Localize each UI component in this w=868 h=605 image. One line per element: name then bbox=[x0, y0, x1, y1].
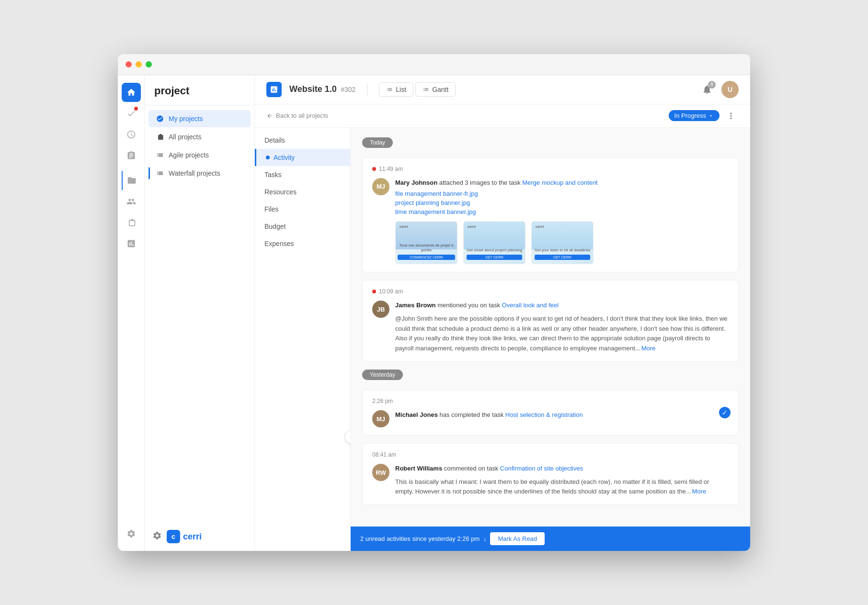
entry4-body: Robert Williams commented on task Confir… bbox=[395, 464, 729, 497]
bottom-bar: 2 unread activities since yesterday 2:26… bbox=[351, 527, 750, 551]
preview1-brand: cerri bbox=[400, 224, 408, 229]
nav-home[interactable] bbox=[122, 83, 141, 102]
file-link-3[interactable]: time management banner.jpg bbox=[395, 208, 729, 215]
entry1-time: 11:49 am bbox=[372, 166, 729, 172]
minimize-button[interactable] bbox=[136, 61, 142, 67]
sidebar-label-agile-projects: Agile projects bbox=[169, 151, 209, 159]
preview3-brand: cerri bbox=[536, 224, 544, 229]
preview2-content: Get smart about project planning GET CER… bbox=[465, 248, 524, 260]
nav-clipboard[interactable] bbox=[122, 146, 141, 165]
activity-entry-4: 08:41 am RW Robert Williams commented on… bbox=[362, 443, 739, 505]
cerri-logo-icon: c bbox=[167, 530, 180, 543]
panel-item-expenses[interactable]: Expenses bbox=[255, 235, 350, 252]
preview-img-3[interactable]: cerri Get your team to hit all deadlines… bbox=[531, 221, 594, 264]
today-label: Today bbox=[362, 137, 393, 148]
sidebar-item-my-projects[interactable]: My projects bbox=[148, 110, 251, 127]
entry1-user: Mary Johnson bbox=[395, 179, 437, 186]
panel-item-activity[interactable]: Activity bbox=[255, 149, 350, 166]
entry2-more-link[interactable]: More bbox=[641, 345, 656, 352]
nav-briefcase[interactable] bbox=[122, 213, 141, 232]
mark-as-read-button[interactable]: Mark As Read bbox=[490, 532, 545, 545]
entry2-action: mentioned you on task bbox=[437, 302, 502, 309]
file-link-2[interactable]: project planning banner.jpg bbox=[395, 199, 729, 206]
gantt-tab[interactable]: Gantt bbox=[415, 82, 456, 97]
panel-item-files[interactable]: Files bbox=[255, 201, 350, 218]
left-panel: Details Activity Tasks Resources Files bbox=[255, 128, 351, 551]
entry4-more-link[interactable]: More bbox=[692, 488, 707, 495]
sidebar-app-name: project bbox=[145, 75, 254, 105]
entry1-task-link[interactable]: Merge mockup and content bbox=[522, 179, 598, 186]
panel-item-resources[interactable]: Resources bbox=[255, 183, 350, 201]
icon-rail bbox=[118, 75, 145, 551]
sidebar-item-all-projects[interactable]: All projects bbox=[148, 128, 251, 146]
entry4-task-link[interactable]: Confirmation of site objectives bbox=[500, 465, 583, 472]
entry2-body-content: @John Smith here are the possible option… bbox=[395, 315, 728, 352]
nav-folder[interactable] bbox=[122, 171, 141, 190]
entry2-task-link[interactable]: Overall look and feel bbox=[502, 302, 559, 309]
sidebar-bottom: c cerri bbox=[145, 522, 254, 551]
main-header-right: 8 U bbox=[698, 81, 739, 98]
content-area: Details Activity Tasks Resources Files bbox=[255, 128, 750, 551]
yesterday-separator: Yesterday bbox=[362, 370, 739, 380]
sidebar-label-waterfall-projects: Waterfall projects bbox=[169, 169, 220, 177]
preview3-btn[interactable]: GET CERRI bbox=[535, 255, 591, 260]
entry1-text: Mary Johnson attached 3 images to the ta… bbox=[395, 178, 729, 188]
sidebar-label-my-projects: My projects bbox=[169, 115, 203, 123]
preview2-btn[interactable]: GET CERRI bbox=[467, 255, 522, 260]
preview1-btn[interactable]: COMMENCEZ CERRI bbox=[398, 255, 455, 260]
entry3-action: has completed the task bbox=[440, 411, 505, 418]
project-title-wrap: Website 1.0 #302 bbox=[289, 84, 355, 94]
nav-check[interactable] bbox=[122, 104, 141, 123]
preview-img-1[interactable]: cerri Tous vos documents de projet à por… bbox=[395, 221, 457, 264]
panel-item-tasks[interactable]: Tasks bbox=[255, 166, 350, 183]
panel-item-details[interactable]: Details bbox=[255, 132, 350, 149]
maximize-button[interactable] bbox=[146, 61, 152, 67]
entry3-task-link[interactable]: Host selection & registration bbox=[505, 411, 583, 418]
list-tab[interactable]: List bbox=[379, 82, 413, 97]
preview-img-2[interactable]: cerri Get smart about project planning G… bbox=[463, 221, 525, 264]
entry2-time-dot bbox=[372, 290, 376, 293]
entry2-time-value: 10:09 am bbox=[379, 288, 403, 295]
close-button[interactable] bbox=[126, 61, 132, 67]
status-badge[interactable]: In Progress bbox=[669, 110, 720, 121]
project-id: #302 bbox=[341, 86, 355, 93]
nav-time[interactable] bbox=[122, 125, 141, 144]
entry1-files: file management banner-fr.jpg project pl… bbox=[395, 190, 729, 215]
nav-analytics[interactable] bbox=[122, 234, 141, 253]
panel-label-resources: Resources bbox=[264, 188, 297, 196]
entry2-avatar: JB bbox=[372, 301, 389, 318]
entry4-body-content: This is basically what I meant: I want t… bbox=[395, 478, 709, 495]
main-header: Website 1.0 #302 List Gantt bbox=[255, 75, 750, 104]
panel-item-budget[interactable]: Budget bbox=[255, 218, 350, 235]
user-avatar[interactable]: U bbox=[721, 81, 739, 98]
nav-settings-icon[interactable] bbox=[122, 524, 141, 543]
entry4-avatar: RW bbox=[372, 464, 389, 481]
notification-bell[interactable]: 8 bbox=[698, 81, 716, 98]
activity-dot bbox=[266, 156, 270, 159]
entry4-action: commented on task bbox=[444, 465, 500, 472]
entry2-body-text: @John Smith here are the possible option… bbox=[395, 314, 729, 354]
sidebar-item-waterfall-projects[interactable]: Waterfall projects bbox=[148, 165, 251, 182]
sidebar-item-agile-projects[interactable]: Agile projects bbox=[148, 146, 251, 164]
entry4-time: 08:41 am bbox=[372, 451, 729, 458]
activity-entry-2: 10:09 am JB James Brown mentioned you on… bbox=[362, 280, 739, 362]
status-label: In Progress bbox=[674, 112, 706, 119]
entry3-time: 2:26 pm bbox=[372, 398, 729, 404]
back-link[interactable]: Back to all projects bbox=[266, 112, 328, 119]
sub-header: Back to all projects In Progress bbox=[255, 104, 750, 128]
sidebar-nav: My projects All projects Agile projects … bbox=[145, 105, 254, 187]
titlebar bbox=[118, 54, 750, 75]
cerri-logo: c cerri bbox=[167, 530, 202, 543]
main-content: Website 1.0 #302 List Gantt bbox=[255, 75, 750, 551]
settings-icon[interactable] bbox=[152, 531, 162, 542]
panel-label-activity: Activity bbox=[274, 154, 295, 161]
project-icon bbox=[266, 82, 282, 97]
entry2-time: 10:09 am bbox=[372, 288, 729, 295]
entry1-avatar: MJ bbox=[372, 178, 389, 195]
file-link-1[interactable]: file management banner-fr.jpg bbox=[395, 190, 729, 197]
nav-people[interactable] bbox=[122, 192, 141, 211]
main-header-left: Website 1.0 #302 List Gantt bbox=[266, 82, 456, 97]
entry1-action: attached 3 images to the task bbox=[439, 179, 522, 186]
app-body: project My projects All projects Agile p… bbox=[118, 75, 750, 551]
more-options-button[interactable] bbox=[723, 108, 739, 123]
